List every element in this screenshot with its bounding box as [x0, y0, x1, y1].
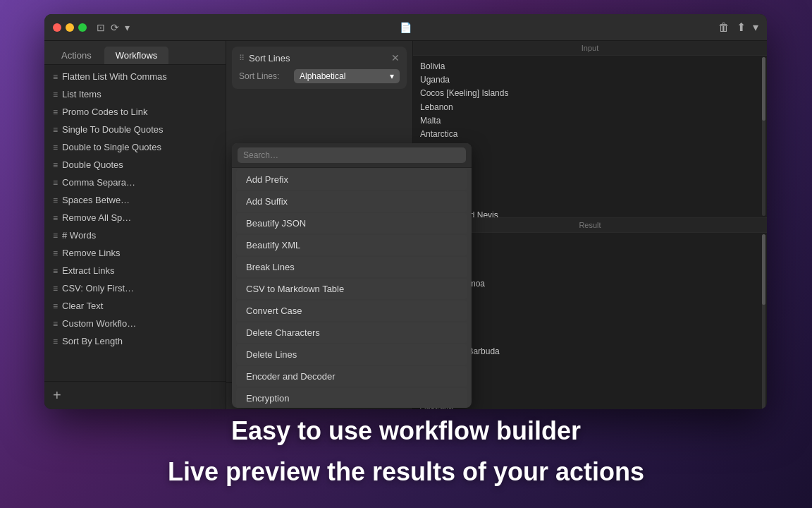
- result-scrollbar[interactable]: [762, 234, 765, 409]
- sidebar-item-label: Double Quotes: [62, 159, 123, 170]
- dropdown-item-delete-chars[interactable]: Delete Characters: [236, 322, 467, 343]
- main-content: Actions Workflows ≡ Flatten List With Co…: [44, 41, 767, 409]
- middle-panel: ⠿ Sort Lines ✕ Sort Lines: Alphabetical …: [226, 41, 413, 409]
- sidebar-icon[interactable]: ⊡: [97, 22, 105, 33]
- dropdown-item-encoder[interactable]: Encoder and Decoder: [236, 366, 467, 387]
- sort-value: Alphabetical: [300, 71, 345, 81]
- dropdown-search: [232, 143, 472, 168]
- sidebar-item-label: Double to Single Quotes: [62, 142, 161, 152]
- trash-icon[interactable]: 🗑: [718, 21, 730, 34]
- fullscreen-button[interactable]: [78, 23, 87, 32]
- sidebar-item-flatten[interactable]: ≡ Flatten List With Commas: [44, 68, 226, 85]
- item-icon: ≡: [53, 284, 58, 294]
- sidebar-item-label: Custom Workflo…: [62, 318, 136, 329]
- sidebar-item-sort-length[interactable]: ≡ Sort By Length: [44, 332, 226, 350]
- sidebar-list: ≡ Flatten List With Commas ≡ List Items …: [44, 65, 226, 381]
- dropdown-item-add-suffix[interactable]: Add Suffix: [236, 191, 467, 212]
- action-card-close-button[interactable]: ✕: [391, 52, 400, 64]
- sidebar-item-promo[interactable]: ≡ Promo Codes to Link: [44, 103, 226, 121]
- sidebar-item-words[interactable]: ≡ # Words: [44, 226, 226, 244]
- action-card-title: ⠿ Sort Lines: [239, 53, 290, 64]
- sidebar-item-label: Flatten List With Commas: [62, 71, 167, 82]
- item-icon: ≡: [53, 337, 58, 346]
- sidebar-item-extract-links[interactable]: ≡ Extract Links: [44, 262, 226, 279]
- sidebar-item-comma-sep[interactable]: ≡ Comma Separa…: [44, 174, 226, 191]
- dropdown-item-beautify-json[interactable]: Beautify JSON: [236, 213, 467, 234]
- item-icon: ≡: [53, 72, 58, 82]
- caption-line-1: Easy to use workflow builder: [231, 416, 581, 446]
- sidebar-item-label: Comma Separa…: [62, 177, 135, 188]
- item-icon: ≡: [53, 125, 58, 135]
- sidebar-item-clear-text[interactable]: ≡ Clear Text: [44, 297, 226, 315]
- minimize-button[interactable]: [66, 23, 74, 32]
- input-line-3: Cocos [Keeling] Islands: [420, 87, 760, 100]
- traffic-lights: [53, 23, 87, 32]
- sidebar-item-label: Sort By Length: [62, 336, 123, 346]
- item-icon: ≡: [53, 266, 58, 276]
- sidebar-item-label: List Items: [62, 89, 102, 99]
- sidebar-item-label: Remove Links: [62, 248, 120, 258]
- share-icon[interactable]: ⬆: [737, 20, 746, 34]
- sidebar-item-label: Extract Links: [62, 265, 114, 276]
- sidebar-item-remove-all-sp[interactable]: ≡ Remove All Sp…: [44, 209, 226, 226]
- more-options-icon[interactable]: ▾: [753, 20, 758, 34]
- input-scrollbar[interactable]: [762, 57, 765, 216]
- sidebar-item-csv-first[interactable]: ≡ CSV: Only First…: [44, 279, 226, 297]
- dropdown-arrow-icon[interactable]: ▾: [125, 22, 130, 33]
- workflow-icon[interactable]: ⟳: [111, 22, 119, 33]
- input-panel-label: Input: [413, 41, 767, 56]
- input-line-4: Lebanon: [420, 101, 760, 114]
- app-window: ⊡ ⟳ ▾ 📄 🗑 ⬆ ▾ Actions Workflows ≡ Flatte…: [44, 14, 767, 409]
- dropdown-item-add-prefix[interactable]: Add Prefix: [236, 169, 467, 190]
- sidebar-item-double-single[interactable]: ≡ Double to Single Quotes: [44, 138, 226, 156]
- dropdown-list: Add Prefix Add Suffix Beautify JSON Beau…: [232, 168, 472, 408]
- dropdown-item-convert-case[interactable]: Convert Case: [236, 301, 467, 321]
- sidebar-item-label: # Words: [62, 230, 96, 241]
- action-card-sort-lines: ⠿ Sort Lines ✕ Sort Lines: Alphabetical …: [232, 47, 407, 89]
- dropdown-item-csv-markdown[interactable]: CSV to Markdown Table: [236, 279, 467, 299]
- caption-line-2: Live preview the results of your actions: [168, 457, 644, 487]
- sidebar-item-label: Spaces Betwe…: [62, 195, 130, 205]
- action-sort-row: Sort Lines: Alphabetical ▾: [239, 69, 400, 83]
- item-icon: ≡: [53, 195, 58, 205]
- item-icon: ≡: [53, 248, 58, 258]
- input-line-5: Malta: [420, 114, 760, 128]
- sidebar-item-label: CSV: Only First…: [62, 283, 134, 294]
- dropdown-item-break-lines[interactable]: Break Lines: [236, 257, 467, 277]
- sort-label: Sort Lines:: [239, 71, 288, 81]
- dropdown-item-encryption[interactable]: Encryption: [236, 388, 467, 408]
- sidebar-item-remove-links[interactable]: ≡ Remove Links: [44, 244, 226, 262]
- item-icon: ≡: [53, 301, 58, 311]
- action-card-header: ⠿ Sort Lines ✕: [239, 52, 400, 64]
- sidebar-item-spaces[interactable]: ≡ Spaces Betwe…: [44, 191, 226, 209]
- sidebar-item-label: Clear Text: [62, 301, 103, 311]
- sidebar-item-single-double[interactable]: ≡ Single To Double Quotes: [44, 121, 226, 138]
- sidebar-item-label: Promo Codes to Link: [62, 107, 147, 117]
- item-icon: ≡: [53, 160, 58, 170]
- item-icon: ≡: [53, 90, 58, 99]
- close-button[interactable]: [53, 23, 61, 32]
- sidebar-item-custom[interactable]: ≡ Custom Workflo…: [44, 315, 226, 332]
- sort-select[interactable]: Alphabetical ▾: [294, 69, 400, 83]
- dropdown-item-beautify-xml[interactable]: Beautify XML: [236, 235, 467, 255]
- item-icon: ≡: [53, 178, 58, 188]
- input-line-6: Antarctica: [420, 128, 760, 141]
- item-icon: ≡: [53, 231, 58, 241]
- dropdown-item-delete-lines[interactable]: Delete Lines: [236, 344, 467, 365]
- sort-chevron-icon: ▾: [390, 71, 394, 81]
- item-icon: ≡: [53, 107, 58, 117]
- sidebar-item-double-quotes[interactable]: ≡ Double Quotes: [44, 156, 226, 174]
- title-center: 📄: [400, 22, 412, 33]
- drag-handle-icon[interactable]: ⠿: [239, 54, 245, 63]
- tab-actions[interactable]: Actions: [50, 47, 103, 64]
- tab-workflows[interactable]: Workflows: [104, 47, 169, 64]
- input-line-1: Bolivia: [420, 60, 760, 73]
- title-bar-icons: ⊡ ⟳ ▾: [97, 22, 130, 33]
- item-icon: ≡: [53, 143, 58, 152]
- input-line-2: Uganda: [420, 73, 760, 87]
- title-bar: ⊡ ⟳ ▾ 📄 🗑 ⬆ ▾: [44, 14, 767, 41]
- dropdown-search-input[interactable]: [238, 147, 466, 163]
- sidebar-item-list-items[interactable]: ≡ List Items: [44, 85, 226, 103]
- title-bar-right: 🗑 ⬆ ▾: [718, 20, 758, 34]
- sidebar-item-label: Remove All Sp…: [62, 212, 131, 223]
